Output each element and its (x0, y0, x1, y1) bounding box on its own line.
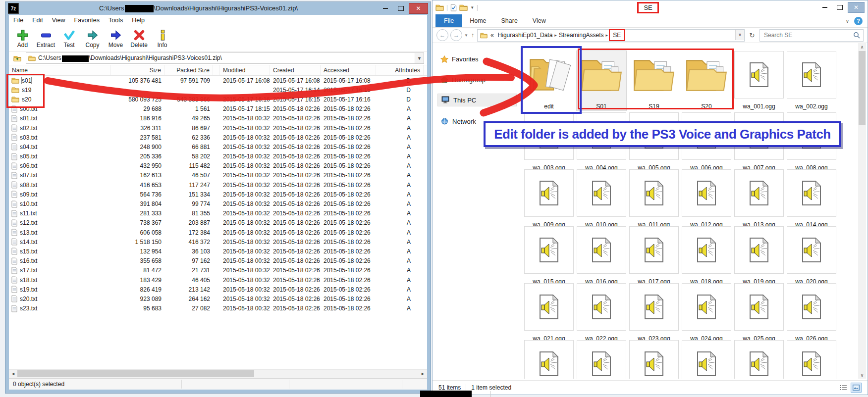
file-item-wa_002.ogg[interactable]: wa_002.ogg (787, 51, 836, 110)
minimize-button[interactable] (818, 2, 832, 12)
file-row-s16.txt[interactable]: s16.txt355 65897 1622015-05-18 00:322015… (9, 256, 427, 266)
sidebar-item-this-pc[interactable]: This PC (437, 94, 517, 106)
tab-share[interactable]: Share (494, 14, 525, 27)
column-header-attributes[interactable]: Attributes (376, 65, 424, 75)
file-row-s01.txt[interactable]: s01.txt186 91649 2652015-05-18 00:322015… (9, 114, 427, 123)
file-row-s15.txt[interactable]: s15.txt132 95436 1032015-05-18 00:322015… (9, 247, 427, 256)
search-box[interactable] (760, 29, 864, 42)
folder-up-button[interactable] (12, 53, 23, 63)
column-header-modified[interactable]: Modified (220, 65, 270, 75)
delete-button[interactable]: Delete (127, 29, 151, 49)
column-header-name[interactable]: Name (9, 65, 111, 75)
file-item[interactable] (629, 340, 679, 379)
minimize-button[interactable] (378, 3, 392, 13)
history-dropdown-icon[interactable]: ▼ (464, 33, 468, 38)
column-header-size[interactable]: Size (111, 65, 164, 75)
file-row-s17.txt[interactable]: s17.txt81 47221 7312015-05-18 00:322015-… (9, 266, 427, 275)
help-button[interactable]: ? (854, 17, 863, 25)
test-button[interactable]: Test (57, 29, 81, 49)
folder-item-edit[interactable]: edit (524, 51, 574, 110)
file-row-s19.txt[interactable]: s19.txt826 419213 1422015-05-18 00:32201… (9, 285, 427, 294)
file-row-s07.txt[interactable]: s07.txt162 61346 5072015-05-18 00:322015… (9, 171, 427, 180)
file-row-s00.txt[interactable]: s00.txt29 6881 5612015-05-17 18:152015-0… (9, 104, 427, 114)
menu-tools[interactable]: Tools (104, 17, 127, 24)
file-row-s13.txt[interactable]: s13.txt606 058172 3842015-05-18 00:32201… (9, 228, 427, 237)
forward-button[interactable]: → (450, 29, 462, 41)
scroll-up-arrow[interactable]: ∧ (858, 43, 866, 50)
file-row-s20.txt[interactable]: s20.txt923 089264 1622015-05-18 00:32201… (9, 294, 427, 303)
file-row-s23.txt[interactable]: s23.txt95 68327 0822015-05-18 00:322015-… (9, 304, 427, 313)
file-row-s05.txt[interactable]: s05.txt205 33658 2022015-05-18 00:322015… (9, 152, 427, 161)
horizontal-scrollbar[interactable]: ◄ ► (9, 369, 427, 378)
file-item-wa_019.ogg[interactable]: wa_019.ogg (734, 226, 784, 286)
info-button[interactable]: Info (151, 29, 174, 49)
close-button[interactable]: ✕ (409, 3, 428, 14)
menu-view[interactable]: View (48, 17, 70, 24)
file-row-s08.txt[interactable]: s08.txt416 653117 2472015-05-18 00:32201… (9, 180, 427, 190)
file-item-wa_025.ogg[interactable]: wa_025.ogg (734, 283, 784, 343)
scrollbar-thumb[interactable] (17, 370, 254, 377)
scroll-right-arrow[interactable]: ► (419, 370, 427, 378)
close-button[interactable]: ✕ (848, 2, 865, 13)
new-folder-icon[interactable] (459, 4, 468, 11)
sevenzip-titlebar[interactable]: 7z C:\Users\Downloads\Higurashi\Higurash… (5, 2, 431, 15)
file-item-wa_012.ogg[interactable]: wa_012.ogg (682, 169, 731, 229)
breadcrumb-segment-se[interactable]: SE (609, 29, 625, 41)
file-item-wa_009.ogg[interactable]: wa_009.ogg (524, 169, 574, 229)
file-row-s10.txt[interactable]: s10.txt391 80499 7742015-05-18 00:322015… (9, 199, 427, 208)
menu-favorites[interactable]: Favorites (70, 17, 104, 24)
folder-item-s01[interactable]: S01 (577, 51, 626, 110)
breadcrumb-chevron-icon[interactable]: ▸ (605, 33, 609, 38)
file-item-wa_018.ogg[interactable]: wa_018.ogg (682, 226, 731, 286)
file-item-wa_010.ogg[interactable]: wa_010.ogg (577, 169, 626, 229)
breadcrumb-chevron-icon[interactable]: ▸ (553, 33, 558, 38)
tab-file[interactable]: File (435, 14, 462, 27)
file-row-s11.txt[interactable]: s11.txt281 33381 3552015-05-18 00:322015… (9, 209, 427, 218)
folder-item-s19[interactable]: S19 (629, 51, 679, 110)
add-button[interactable]: Add (11, 29, 34, 49)
sevenzip-path-combobox[interactable]: C:\Users\Downloads\Higurashi\HigurashiPS… (26, 52, 424, 64)
up-button[interactable]: ↑ (470, 32, 475, 39)
properties-icon[interactable] (450, 4, 457, 11)
breadcrumb-overflow[interactable]: « (489, 32, 495, 39)
file-row-s18.txt[interactable]: s18.txt183 42946 4052015-05-18 00:322015… (9, 275, 427, 285)
sidebar-item-homegroup[interactable]: Homegroup (437, 74, 517, 86)
maximize-button[interactable] (393, 3, 408, 13)
qat-dropdown-icon[interactable]: ▼ (470, 5, 474, 10)
file-item[interactable] (524, 340, 574, 379)
explorer-titlebar[interactable]: | ▼ | SE ✕ (433, 0, 868, 14)
column-header-packed-size[interactable]: Packed Size (164, 65, 213, 75)
file-item[interactable] (682, 340, 731, 379)
file-row-s01[interactable]: s01105 376 48197 591 7092015-05-17 16:08… (9, 76, 427, 85)
details-view-button[interactable] (838, 383, 849, 393)
file-item-wa_026.ogg[interactable]: wa_026.ogg (787, 283, 836, 343)
file-item-wa_017.ogg[interactable]: wa_017.ogg (629, 226, 679, 286)
file-list-header[interactable]: NameSizePacked SizeModifiedCreatedAccess… (9, 65, 427, 76)
file-item-wa_001.ogg[interactable]: wa_001.ogg (734, 51, 784, 110)
file-row-s02.txt[interactable]: s02.txt326 31186 6972015-05-18 00:322015… (9, 123, 427, 133)
folder-item-s20[interactable]: S20 (682, 51, 731, 110)
file-item[interactable] (734, 340, 784, 379)
file-item-wa_024.ogg[interactable]: wa_024.ogg (682, 283, 731, 343)
tab-view[interactable]: View (525, 14, 553, 27)
extract-button[interactable]: Extract (34, 29, 57, 49)
file-item-wa_023.ogg[interactable]: wa_023.ogg (629, 283, 679, 343)
file-item-wa_011.ogg[interactable]: wa_011.ogg (629, 169, 679, 229)
file-row-s12.txt[interactable]: s12.txt738 367203 8872015-05-18 00:32201… (9, 218, 427, 228)
breadcrumb[interactable]: « HigurashiEp01_Data▸StreamingAssets▸SE … (477, 29, 745, 42)
file-row-s04.txt[interactable]: s04.txt248 90066 8812015-05-18 00:322015… (9, 142, 427, 151)
address-dropdown-button[interactable]: ∨ (735, 30, 744, 40)
breadcrumb-segment-streamingassets[interactable]: StreamingAssets (558, 32, 605, 39)
file-item[interactable] (787, 340, 836, 379)
file-item-wa_014.ogg[interactable]: wa_014.ogg (787, 169, 836, 229)
vertical-scrollbar[interactable]: ∧ ∨ (858, 43, 866, 379)
menu-edit[interactable]: Edit (28, 17, 48, 24)
file-item-wa_022.ogg[interactable]: wa_022.ogg (577, 283, 626, 343)
file-row-s06.txt[interactable]: s06.txt432 950115 4822015-05-18 00:32201… (9, 161, 427, 171)
file-item-wa_013.ogg[interactable]: wa_013.ogg (734, 169, 784, 229)
file-item-wa_015.ogg[interactable]: wa_015.ogg (524, 226, 574, 286)
column-header-created[interactable]: Created (270, 65, 321, 75)
menu-help[interactable]: Help (127, 17, 149, 24)
file-row-s09.txt[interactable]: s09.txt564 736151 3342015-05-18 00:32201… (9, 190, 427, 199)
breadcrumb-segment-higurashiep01_data[interactable]: HigurashiEp01_Data (497, 32, 554, 39)
